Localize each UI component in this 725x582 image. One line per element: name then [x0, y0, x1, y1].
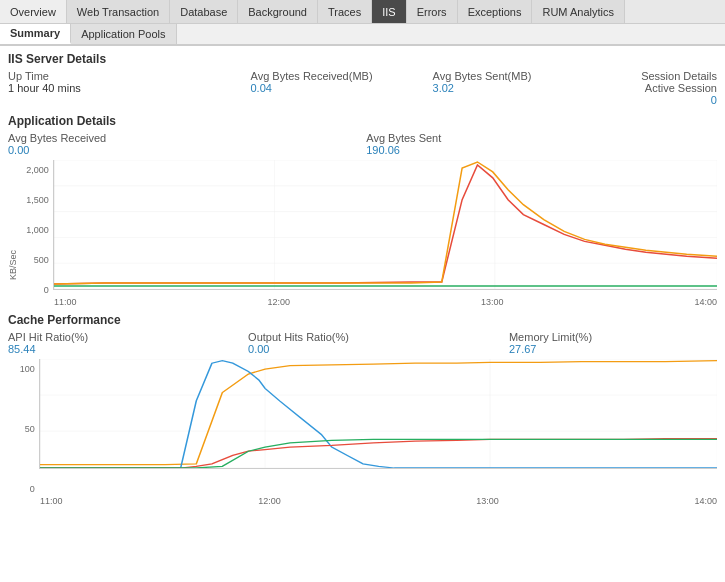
- tab-database[interactable]: Database: [170, 0, 238, 23]
- avg-bytes-received-value: 0.04: [251, 82, 373, 94]
- tab-errors[interactable]: Errors: [407, 0, 458, 23]
- avg-bytes-sent-value: 3.02: [433, 82, 532, 94]
- cache-chart-wrapper: 100 50 0: [8, 359, 717, 506]
- sub-tab-bar: Summary Application Pools: [0, 24, 725, 46]
- cache-y-tick-0: 0: [30, 484, 35, 494]
- cache-y-tick-50: 50: [25, 424, 35, 434]
- memory-limit-label: Memory Limit(%): [509, 331, 592, 343]
- main-tab-bar: Overview Web Transaction Database Backgr…: [0, 0, 725, 24]
- cache-x-tick-1300: 13:00: [476, 496, 499, 506]
- cache-x-axis: 11:00 12:00 13:00 14:00: [8, 496, 717, 506]
- avg-bytes-sent-block: Avg Bytes Sent(MB) 3.02: [433, 70, 532, 106]
- api-hit-block: API Hit Ratio(%) 85.44: [8, 331, 88, 355]
- app-avg-bytes-received-value: 0.00: [8, 144, 106, 156]
- iis-server-section: IIS Server Details Up Time 1 hour 40 min…: [8, 52, 717, 106]
- output-hits-value: 0.00: [248, 343, 349, 355]
- active-session-value: 0: [641, 94, 717, 106]
- server-details-row: Up Time 1 hour 40 mins Avg Bytes Receive…: [8, 70, 717, 106]
- memory-limit-value: 27.67: [509, 343, 592, 355]
- tab-background[interactable]: Background: [238, 0, 318, 23]
- app-chart-svg: [53, 160, 717, 290]
- uptime-label: Up Time: [8, 70, 81, 82]
- cache-y-tick-100: 100: [20, 364, 35, 374]
- cache-y-axis: 100 50 0: [8, 364, 39, 494]
- cache-metrics-row: API Hit Ratio(%) 85.44 Output Hits Ratio…: [8, 331, 717, 355]
- tab-summary[interactable]: Summary: [0, 24, 71, 44]
- cache-chart-svg: [39, 359, 717, 469]
- app-y-axis-label: KB/Sec: [8, 160, 18, 280]
- api-hit-label: API Hit Ratio(%): [8, 331, 88, 343]
- tab-iis[interactable]: IIS: [372, 0, 406, 23]
- y-tick-500: 500: [34, 255, 49, 265]
- app-x-axis: 11:00 12:00 13:00 14:00: [22, 297, 717, 307]
- main-content: IIS Server Details Up Time 1 hour 40 min…: [0, 46, 725, 582]
- uptime-value: 1 hour 40 mins: [8, 82, 81, 94]
- cache-section: Cache Performance API Hit Ratio(%) 85.44…: [8, 313, 717, 506]
- session-block: Session Details Active Session 0: [641, 70, 717, 106]
- tab-traces[interactable]: Traces: [318, 0, 372, 23]
- cache-title: Cache Performance: [8, 313, 717, 327]
- cache-chart-container: 100 50 0: [8, 359, 717, 506]
- cache-x-tick-1100: 11:00: [40, 496, 63, 506]
- uptime-block: Up Time 1 hour 40 mins: [8, 70, 81, 106]
- avg-metrics: Avg Bytes Received(MB) 0.04 Avg Bytes Se…: [251, 70, 532, 106]
- session-details-label: Session Details: [641, 70, 717, 82]
- x-tick-1200: 12:00: [267, 297, 290, 307]
- app-y-axis: 2,000 1,500 1,000 500 0: [22, 165, 53, 295]
- app-avg-bytes-sent-label: Avg Bytes Sent: [366, 132, 441, 144]
- output-hits-label: Output Hits Ratio(%): [248, 331, 349, 343]
- tab-web-transaction[interactable]: Web Transaction: [67, 0, 170, 23]
- tab-rum-analytics[interactable]: RUM Analytics: [532, 0, 625, 23]
- iis-server-title: IIS Server Details: [8, 52, 717, 66]
- app-details-title: Application Details: [8, 114, 717, 128]
- y-tick-2000: 2,000: [26, 165, 49, 175]
- y-tick-1500: 1,500: [26, 195, 49, 205]
- cache-x-tick-1200: 12:00: [258, 496, 281, 506]
- tab-exceptions[interactable]: Exceptions: [458, 0, 533, 23]
- app-avg-bytes-sent-value: 190.06: [366, 144, 441, 156]
- app-chart-container: 2,000 1,500 1,000 500 0: [22, 160, 717, 307]
- tab-overview[interactable]: Overview: [0, 0, 67, 23]
- avg-bytes-received-label: Avg Bytes Received(MB): [251, 70, 373, 82]
- app-avg-bytes-received: Avg Bytes Received 0.00: [8, 132, 106, 156]
- api-hit-value: 85.44: [8, 343, 88, 355]
- app-chart-wrapper: KB/Sec 2,000 1,500 1,000 500 0: [8, 160, 717, 307]
- app-details-section: Application Details Avg Bytes Received 0…: [8, 114, 717, 307]
- app-avg-bytes-received-label: Avg Bytes Received: [8, 132, 106, 144]
- cache-x-tick-1400: 14:00: [694, 496, 717, 506]
- x-tick-1400: 14:00: [694, 297, 717, 307]
- x-tick-1300: 13:00: [481, 297, 504, 307]
- y-tick-1000: 1,000: [26, 225, 49, 235]
- output-hits-block: Output Hits Ratio(%) 0.00: [248, 331, 349, 355]
- active-session-label: Active Session: [641, 82, 717, 94]
- tab-application-pools[interactable]: Application Pools: [71, 24, 176, 44]
- memory-limit-block: Memory Limit(%) 27.67: [509, 331, 592, 355]
- y-tick-0: 0: [44, 285, 49, 295]
- app-metrics-row: Avg Bytes Received 0.00 Avg Bytes Sent 1…: [8, 132, 717, 156]
- x-tick-1100: 11:00: [54, 297, 77, 307]
- app-avg-bytes-sent: Avg Bytes Sent 190.06: [366, 132, 441, 156]
- avg-bytes-received-block: Avg Bytes Received(MB) 0.04: [251, 70, 373, 106]
- avg-bytes-sent-label: Avg Bytes Sent(MB): [433, 70, 532, 82]
